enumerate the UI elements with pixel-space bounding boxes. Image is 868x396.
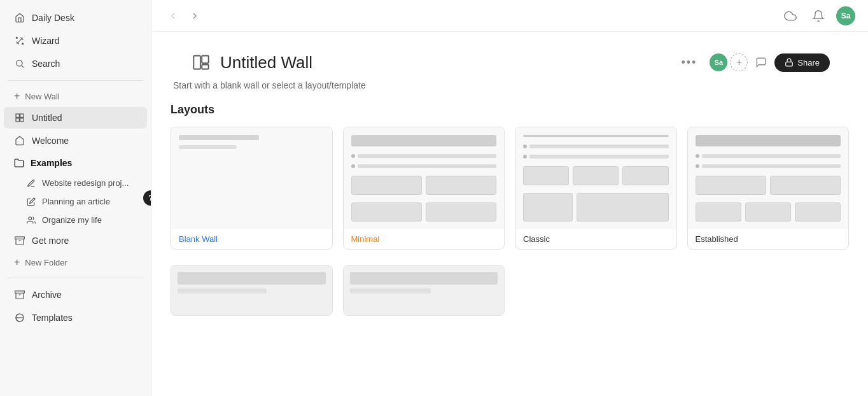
layout-label-blank-wall: Blank Wall	[171, 229, 332, 249]
sidebar-item-planning-article[interactable]: Planning an article	[4, 193, 147, 210]
topbar: Sa	[151, 0, 868, 32]
cloud-icon[interactable]	[780, 6, 801, 26]
page-title: Untitled Wall	[220, 53, 668, 73]
layouts-section-title: Layouts	[171, 103, 849, 117]
sidebar-item-get-more[interactable]: Get more	[4, 230, 147, 251]
sidebar-item-archive[interactable]: Archive	[4, 284, 147, 306]
svg-point-3	[17, 60, 22, 66]
sidebar-item-get-more-label: Get more	[32, 236, 69, 246]
layout-card-minimal[interactable]: Minimal	[343, 127, 505, 250]
layout-preview-blank	[171, 127, 332, 229]
svg-rect-10	[15, 237, 25, 239]
share-label: Share	[797, 58, 820, 67]
layout-preview-minimal	[344, 127, 505, 229]
folder-open-icon	[14, 158, 24, 168]
sidebar-folder-examples-label: Examples	[31, 158, 72, 168]
svg-line-4	[22, 66, 24, 67]
sidebar-item-untitled-label: Untitled	[32, 113, 62, 123]
svg-rect-12	[15, 291, 25, 293]
layouts-section: Layouts Blank Wall	[171, 103, 849, 316]
sidebar-item-templates[interactable]: Templates	[4, 307, 147, 329]
layout-preview-established	[688, 127, 849, 229]
page-avatar[interactable]: Sa	[710, 53, 727, 71]
divider-1	[8, 80, 143, 81]
sidebar-item-website-redesign[interactable]: Website redesign proj...	[4, 174, 147, 192]
more-options-button[interactable]: •••	[676, 53, 702, 72]
person-icon	[27, 216, 36, 225]
new-wall-label: New Wall	[25, 92, 59, 101]
sidebar-item-daily-desk[interactable]: Daily Desk	[4, 7, 147, 29]
add-icon: +	[736, 57, 742, 68]
svg-rect-8	[20, 118, 24, 122]
add-member-button[interactable]: +	[730, 53, 748, 71]
nav-buttons	[164, 8, 204, 24]
svg-point-1	[16, 37, 17, 38]
wand-icon	[14, 35, 25, 46]
edit-icon	[27, 197, 36, 206]
sidebar-item-organize-life-label: Organize my life	[42, 215, 102, 225]
sidebar-item-planning-article-label: Planning an article	[42, 197, 110, 206]
page-header: Untitled Wall ••• Sa +	[171, 38, 849, 80]
content-area: Untitled Wall ••• Sa +	[151, 32, 868, 396]
sidebar: Daily Desk Wizard Search + New Wall	[0, 0, 151, 396]
svg-rect-17	[202, 56, 209, 64]
plus-icon: +	[14, 90, 20, 102]
svg-rect-7	[16, 118, 19, 122]
templates-icon	[14, 312, 25, 323]
sidebar-item-organize-life[interactable]: Organize my life	[4, 211, 147, 229]
sidebar-folder-examples[interactable]: Examples	[4, 153, 147, 173]
new-wall-button[interactable]: + New Wall	[4, 87, 147, 106]
layout-label-minimal: Minimal	[344, 229, 505, 249]
layouts-grid: Blank Wall	[171, 127, 849, 250]
sidebar-item-welcome[interactable]: Welcome	[4, 130, 147, 152]
sidebar-item-search-label: Search	[32, 59, 60, 69]
header-actions: Sa + Share	[710, 53, 830, 72]
sidebar-item-wizard[interactable]: Wizard	[4, 30, 147, 52]
box-icon	[14, 235, 25, 246]
layouts-grid-bottom	[171, 265, 849, 316]
welcome-icon	[14, 135, 25, 146]
sidebar-item-welcome-label: Welcome	[32, 136, 69, 146]
plus-icon-folder: +	[14, 257, 20, 268]
divider-2	[8, 278, 143, 278]
svg-rect-5	[16, 114, 19, 117]
svg-point-9	[29, 216, 32, 220]
svg-rect-18	[202, 65, 209, 69]
sidebar-item-website-redesign-label: Website redesign proj...	[42, 178, 129, 188]
comment-button[interactable]	[753, 54, 769, 71]
sidebar-item-untitled[interactable]: Untitled	[4, 107, 147, 129]
svg-point-2	[22, 43, 24, 45]
sidebar-item-wizard-label: Wizard	[32, 36, 60, 46]
svg-rect-6	[20, 114, 24, 117]
main-area: Sa Untitled Wall ••• Sa +	[151, 0, 868, 396]
new-folder-label: New Folder	[25, 258, 67, 267]
layout-card-5[interactable]	[171, 265, 333, 316]
layout-card-classic[interactable]: Classic	[515, 127, 677, 250]
sidebar-item-daily-desk-label: Daily Desk	[32, 13, 74, 23]
avatar-group: Sa +	[710, 53, 748, 71]
svg-rect-16	[193, 56, 200, 69]
svg-rect-19	[786, 62, 793, 66]
home-icon	[14, 12, 25, 24]
layout-card-established[interactable]: Established	[687, 127, 850, 250]
wall-icon	[14, 112, 25, 124]
sidebar-item-archive-label: Archive	[32, 290, 62, 300]
topbar-actions: Sa	[780, 6, 855, 26]
back-button[interactable]	[164, 8, 182, 24]
page-subtitle: Start with a blank wall or select a layo…	[171, 80, 849, 90]
new-folder-button[interactable]: + New Folder	[4, 253, 147, 272]
wall-page-icon	[190, 51, 213, 74]
user-avatar[interactable]: Sa	[836, 6, 855, 25]
share-button[interactable]: Share	[774, 53, 830, 72]
bell-icon[interactable]	[808, 6, 829, 26]
layout-preview-classic	[515, 127, 676, 229]
forward-button[interactable]	[186, 8, 204, 24]
sidebar-item-search[interactable]: Search	[4, 53, 147, 74]
layout-label-classic: Classic	[515, 229, 676, 249]
pencil-icon	[27, 179, 36, 188]
sidebar-item-templates-label: Templates	[32, 313, 73, 323]
archive-icon	[14, 289, 25, 301]
layout-card-6[interactable]	[343, 265, 505, 316]
layout-card-blank-wall[interactable]: Blank Wall	[171, 127, 333, 250]
search-icon	[14, 58, 25, 69]
